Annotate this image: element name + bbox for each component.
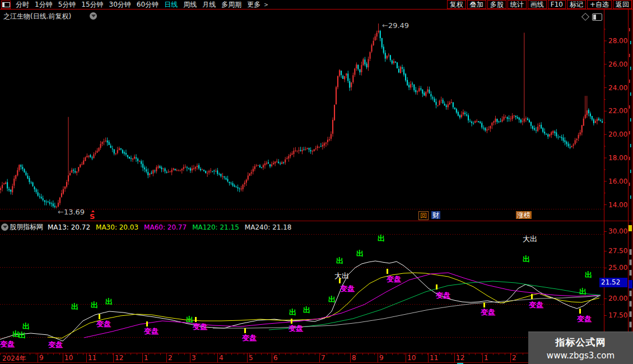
signal-bianpan-marker: 变盘 — [288, 325, 303, 332]
watermark: 指标公式网 www.zbgs3.com — [528, 332, 633, 364]
month-separator — [190, 353, 190, 362]
signal-chu-marker: 出 — [328, 296, 336, 303]
month-label: 7 — [321, 354, 325, 362]
month-separator — [272, 353, 272, 362]
signal-chu-marker: 出 — [91, 301, 98, 309]
signal-bianpan-marker: 变盘 — [340, 285, 355, 292]
month-label: 5 — [249, 354, 253, 362]
axis-tick — [291, 353, 291, 355]
signal-dash-marker — [244, 328, 246, 333]
signal-chu-marker: 出 — [18, 332, 26, 339]
signal-dash-marker — [579, 309, 581, 314]
month-label: 4 — [219, 354, 224, 362]
axis-tick — [452, 353, 452, 355]
signal-chu-marker: 出 — [71, 303, 78, 310]
axis-tick — [356, 353, 357, 355]
axis-tick — [511, 353, 511, 355]
axis-tick — [238, 353, 238, 355]
axis-tick — [101, 353, 101, 355]
trading-app-window: 分时1分钟5分钟15分钟30分钟60分钟日线周线月线多周期更多 ＞ 复权叠加多股… — [0, 0, 633, 364]
signal-chu-marker: 出 — [523, 255, 530, 263]
indicator-axis-label: 30.00 — [608, 227, 627, 235]
month-label: 3 — [192, 354, 196, 362]
month-separator — [378, 353, 378, 362]
signal-bianpan-marker: 变盘 — [436, 292, 450, 299]
signal-bianpan-marker: 变盘 — [96, 320, 111, 328]
axis-tick — [231, 353, 232, 355]
indicator-axis-label: 17.50 — [608, 311, 627, 319]
axis-tick — [523, 353, 523, 355]
axis-tick — [160, 353, 161, 355]
axis-tick — [345, 353, 345, 355]
axis-tick — [255, 353, 256, 355]
signal-chu-marker: 出 — [289, 309, 296, 316]
month-label: 2024年 — [2, 354, 26, 363]
axis-tick — [315, 353, 315, 355]
month-separator — [142, 353, 143, 362]
signal-bianpan-marker: 变盘 — [577, 315, 592, 323]
axis-tick — [155, 353, 155, 355]
signal-bianpan-marker: 变盘 — [144, 328, 159, 335]
month-separator — [319, 353, 320, 362]
month-label: 9 — [39, 354, 44, 362]
signal-bianpan-marker: 变盘 — [242, 334, 257, 342]
axis-tick — [36, 353, 36, 355]
month-label: 9 — [379, 354, 384, 362]
axis-tick — [261, 353, 262, 355]
axis-tick — [77, 353, 78, 355]
signal-dash-marker — [483, 302, 485, 307]
axis-tick — [505, 353, 505, 355]
axis-tick — [493, 353, 494, 355]
signal-bianpan-marker: 变盘 — [193, 323, 207, 330]
axis-tick — [392, 353, 393, 355]
indicator-axis-label: 27.50 — [608, 247, 627, 255]
axis-tick — [481, 353, 482, 355]
month-label: 2 — [512, 354, 516, 362]
axis-tick — [48, 353, 48, 355]
axis-tick — [475, 353, 476, 355]
month-label: 12 — [456, 354, 464, 362]
month-label: 10 — [64, 354, 73, 362]
signal-dash-marker — [99, 314, 100, 319]
month-separator — [113, 353, 114, 362]
signal-bianpan-marker: 变盘 — [529, 301, 543, 309]
signal-chu-marker: 出 — [336, 257, 343, 264]
watermark-url: www.zbgs3.com — [528, 351, 633, 361]
signal-bianpan-marker: 变盘 — [48, 341, 63, 348]
signal-chu-marker: 出 — [579, 288, 587, 295]
axis-tick — [445, 353, 446, 355]
axis-tick — [30, 353, 30, 355]
axis-tick — [516, 353, 517, 355]
signal-chu-marker: 出 — [378, 235, 385, 242]
axis-tick — [83, 353, 83, 355]
indicator-axis-label: 20.00 — [608, 295, 627, 302]
axis-tick — [368, 353, 369, 355]
axis-tick — [327, 353, 327, 355]
indicator-axis-label: 25.00 — [608, 264, 627, 272]
axis-tick — [439, 353, 440, 355]
signal-chu-marker: 出 — [356, 250, 364, 257]
signal-bianpan-marker: 变盘 — [481, 309, 495, 316]
month-label: 11 — [88, 354, 96, 362]
signal-dash-marker — [146, 321, 148, 326]
signal-dash-marker — [291, 319, 292, 324]
month-separator — [86, 353, 87, 362]
axis-tick — [196, 353, 197, 355]
axis-tick — [279, 353, 280, 355]
axis-tick — [131, 353, 131, 355]
signal-dachu-marker: 大出 — [523, 235, 537, 242]
axis-tick — [303, 353, 304, 355]
main-axis-label: 24.00 — [608, 84, 627, 92]
main-axis-label: 28.00 — [608, 37, 627, 45]
axis-tick — [404, 353, 404, 355]
signal-chu-marker: 出 — [303, 306, 310, 314]
axis-tick — [267, 353, 268, 355]
main-axis-label: 26.00 — [608, 60, 627, 68]
month-separator — [428, 353, 429, 362]
month-label: 10 — [407, 354, 416, 362]
axis-tick — [137, 353, 137, 355]
axis-tick — [208, 353, 208, 355]
main-axis-label: 14.00 — [608, 201, 627, 209]
main-axis-label: 22.00 — [608, 107, 627, 115]
month-separator — [454, 353, 455, 362]
